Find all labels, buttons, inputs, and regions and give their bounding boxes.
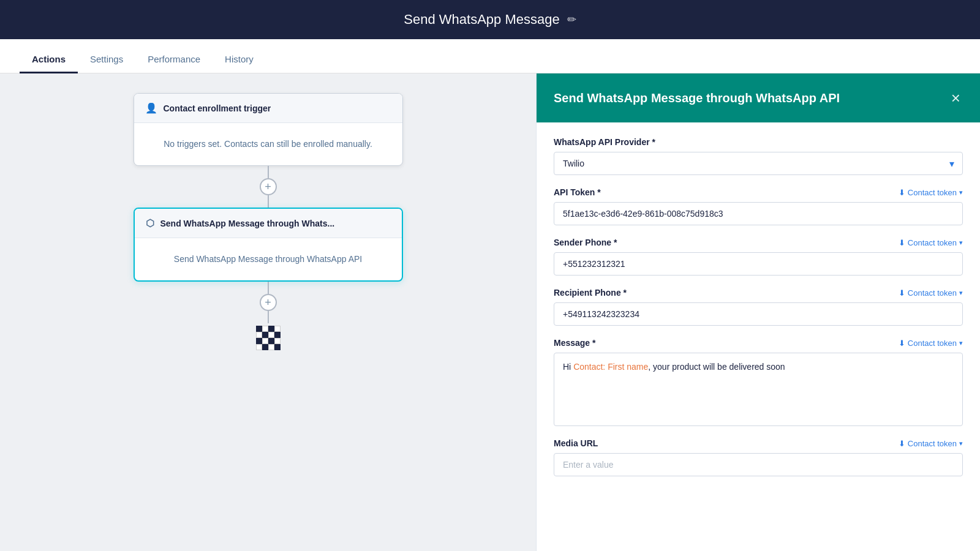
trigger-card-text: No triggers set. Contacts can still be e… (164, 139, 372, 149)
media-url-contact-token-label: Contact token (908, 439, 957, 448)
sender-phone-field: Sender Phone * ⬇ Contact token ▾ (554, 238, 963, 276)
api-provider-select[interactable]: Twilio MessageBird Vonage (554, 152, 963, 175)
edit-icon[interactable]: ✏ (567, 13, 576, 26)
api-provider-select-wrapper: Twilio MessageBird Vonage ▾ (554, 152, 963, 175)
connector-line-2 (268, 282, 269, 294)
connector-line-1b (268, 195, 269, 208)
media-url-contact-token-button[interactable]: ⬇ Contact token ▾ (899, 439, 963, 448)
media-url-contact-token-chevron-icon: ▾ (959, 440, 963, 448)
canvas-area: 👤 Contact enrollment trigger No triggers… (0, 73, 536, 551)
sender-phone-label: Sender Phone * (554, 238, 617, 247)
api-token-input[interactable] (554, 202, 963, 225)
message-label-row: Message * ⬇ Contact token ▾ (554, 338, 963, 348)
connector-2: + (260, 282, 277, 323)
recipient-phone-label-row: Recipient Phone * ⬇ Contact token ▾ (554, 288, 963, 298)
connector-1: + (260, 166, 277, 208)
sender-contact-token-download-icon: ⬇ (899, 238, 905, 247)
finish-flag (256, 326, 281, 350)
action-card[interactable]: ⬡ Send WhatsApp Message through Whats...… (134, 208, 403, 282)
action-card-text: Send WhatsApp Message through WhatsApp A… (174, 254, 362, 264)
trigger-icon: 👤 (145, 102, 157, 114)
message-contact-token-button[interactable]: ⬇ Contact token ▾ (899, 339, 963, 348)
media-url-field: Media URL ⬇ Contact token ▾ (554, 438, 963, 476)
tab-actions[interactable]: Actions (20, 47, 78, 73)
panel-header: Send WhatsApp Message through WhatsApp A… (537, 73, 980, 122)
message-prefix: Hi (563, 362, 573, 372)
message-field: Message * ⬇ Contact token ▾ Hi Contact: … (554, 338, 963, 426)
header-title-group: Send WhatsApp Message ✏ (404, 12, 576, 28)
media-url-label: Media URL (554, 438, 598, 448)
sender-phone-contact-token-button[interactable]: ⬇ Contact token ▾ (899, 238, 963, 247)
message-label: Message * (554, 338, 595, 348)
message-contact-token-download-icon: ⬇ (899, 339, 905, 348)
panel-body: WhatsApp API Provider * Twilio MessageBi… (537, 122, 980, 551)
recipient-contact-token-download-icon: ⬇ (899, 288, 905, 298)
top-header: Send WhatsApp Message ✏ (0, 0, 980, 39)
action-card-body: Send WhatsApp Message through WhatsApp A… (135, 238, 402, 280)
media-url-contact-token-download-icon: ⬇ (899, 439, 905, 448)
recipient-contact-token-chevron-icon: ▾ (959, 289, 963, 297)
tab-history[interactable]: History (213, 47, 266, 73)
contact-token-download-icon: ⬇ (899, 188, 905, 197)
message-suffix: , your product will be delivered soon (648, 362, 785, 372)
trigger-card-title: Contact enrollment trigger (164, 103, 271, 113)
page-title: Send WhatsApp Message (404, 12, 559, 28)
add-step-button-1[interactable]: + (260, 178, 277, 195)
action-icon: ⬡ (146, 217, 154, 229)
panel-close-button[interactable]: × (949, 88, 963, 108)
add-step-button-2[interactable]: + (260, 294, 277, 311)
recipient-phone-label: Recipient Phone * (554, 288, 627, 298)
message-contact-token-chevron-icon: ▾ (959, 339, 963, 347)
sender-phone-input[interactable] (554, 252, 963, 276)
api-provider-label-row: WhatsApp API Provider * (554, 137, 963, 147)
api-token-contact-token-label: Contact token (908, 188, 957, 197)
api-token-label: API Token * (554, 187, 601, 197)
action-card-header: ⬡ Send WhatsApp Message through Whats... (135, 209, 402, 238)
sender-phone-contact-token-label: Contact token (908, 238, 957, 247)
tab-performance[interactable]: Performance (135, 47, 213, 73)
trigger-card[interactable]: 👤 Contact enrollment trigger No triggers… (134, 93, 403, 166)
right-panel: Send WhatsApp Message through WhatsApp A… (536, 73, 980, 551)
canvas-inner: 👤 Contact enrollment trigger No triggers… (0, 93, 536, 350)
connector-line-1 (268, 166, 269, 178)
api-token-contact-token-button[interactable]: ⬇ Contact token ▾ (899, 188, 963, 197)
recipient-phone-contact-token-label: Contact token (908, 288, 957, 298)
media-url-input[interactable] (554, 453, 963, 476)
sender-phone-label-row: Sender Phone * ⬇ Contact token ▾ (554, 238, 963, 247)
message-input[interactable]: Hi Contact: First name, your product wil… (554, 353, 963, 426)
panel-title: Send WhatsApp Message through WhatsApp A… (554, 90, 840, 106)
message-contact-token-label: Contact token (908, 339, 957, 348)
tab-settings[interactable]: Settings (78, 47, 135, 73)
contact-token-chevron-icon: ▾ (959, 189, 963, 197)
api-token-label-row: API Token * ⬇ Contact token ▾ (554, 187, 963, 197)
recipient-phone-input[interactable] (554, 302, 963, 326)
api-provider-field: WhatsApp API Provider * Twilio MessageBi… (554, 137, 963, 175)
api-token-field: API Token * ⬇ Contact token ▾ (554, 187, 963, 225)
action-card-title: Send WhatsApp Message through Whats... (160, 219, 335, 228)
sender-contact-token-chevron-icon: ▾ (959, 239, 963, 247)
tab-bar: Actions Settings Performance History (0, 39, 980, 73)
trigger-card-header: 👤 Contact enrollment trigger (134, 94, 402, 123)
media-url-label-row: Media URL ⬇ Contact token ▾ (554, 438, 963, 448)
trigger-card-body: No triggers set. Contacts can still be e… (134, 123, 402, 165)
api-provider-label: WhatsApp API Provider * (554, 137, 655, 147)
main-content: 👤 Contact enrollment trigger No triggers… (0, 73, 980, 551)
connector-line-2b (268, 311, 269, 323)
recipient-phone-contact-token-button[interactable]: ⬇ Contact token ▾ (899, 288, 963, 298)
message-token: Contact: First name (573, 362, 648, 372)
recipient-phone-field: Recipient Phone * ⬇ Contact token ▾ (554, 288, 963, 326)
